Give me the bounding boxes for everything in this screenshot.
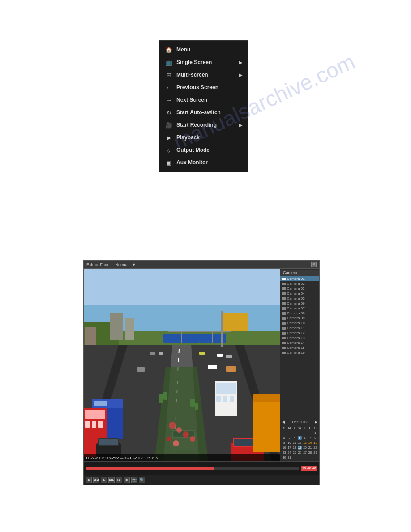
ctrl-play-btn[interactable]: ▶ — [101, 477, 107, 483]
camera-item-13[interactable]: Camera 13 — [280, 335, 319, 340]
cal-cell[interactable]: 26 — [298, 450, 302, 455]
cal-cell[interactable] — [298, 431, 302, 435]
menu-item-single-screen[interactable]: 📺 Single Screen ▶ — [159, 56, 248, 69]
cal-cell[interactable]: 4 — [292, 436, 297, 440]
menu-item-menu[interactable]: 🏠 Menu — [159, 43, 248, 56]
cal-cell[interactable]: 21 — [308, 446, 313, 450]
cal-cell[interactable]: 3 — [287, 436, 292, 440]
cal-cell[interactable]: 18 — [292, 446, 297, 450]
dropdown-arrow[interactable]: ▼ — [132, 262, 136, 267]
cal-cell[interactable]: 8 — [313, 436, 317, 440]
cal-cell[interactable]: 23 — [282, 450, 287, 455]
timestamp-text: 11-22-2012 11:42:22 — 12-19-2012 19:53:3… — [86, 456, 158, 460]
cal-cell[interactable]: 29 — [313, 450, 317, 455]
cal-cell[interactable]: 27 — [303, 450, 307, 455]
cal-cell[interactable]: 5 — [298, 436, 302, 440]
ctrl-screenshot-btn[interactable]: 📷 — [131, 477, 137, 483]
timeline-bar[interactable] — [86, 467, 299, 470]
cal-cell[interactable] — [298, 455, 302, 459]
cal-cell[interactable]: 16 — [282, 446, 287, 450]
cal-cell[interactable] — [303, 455, 307, 459]
cal-cell[interactable]: 22 — [313, 446, 317, 450]
close-button[interactable]: ✕ — [311, 262, 317, 267]
camera-item-1[interactable]: Camera 01 — [280, 276, 319, 281]
cal-cell[interactable]: 15 — [313, 441, 317, 445]
ctrl-zoom-btn[interactable]: 🔍 — [139, 477, 145, 483]
camera-item-14[interactable]: Camera 14 — [280, 340, 319, 345]
cal-cell[interactable]: 11 — [292, 441, 297, 445]
camera-item-3[interactable]: Camera 03 — [280, 286, 319, 291]
camera-item-6[interactable]: Camera 06 — [280, 301, 319, 306]
svg-rect-54 — [159, 394, 163, 403]
camera-item-5[interactable]: Camera 05 — [280, 296, 319, 301]
camera-14-label: Camera 14 — [287, 341, 305, 345]
ctrl-next-btn[interactable]: ⏭ — [116, 477, 122, 483]
aux-monitor-icon: ▣ — [165, 159, 173, 167]
camera-item-11[interactable]: Camera 11 — [280, 326, 319, 330]
cal-cell[interactable]: 7 — [308, 436, 313, 440]
camera-item-9[interactable]: Camera 09 — [280, 316, 319, 321]
camera-item-7[interactable]: Camera 07 — [280, 306, 319, 311]
menu-item-start-autoswitch[interactable]: ↻ Start Auto-switch — [159, 106, 248, 119]
cal-cell[interactable] — [292, 455, 297, 459]
cal-day-w: W — [298, 426, 302, 430]
cal-cell[interactable]: 17 — [287, 446, 292, 450]
arrow-icon-recording: ▶ — [239, 123, 243, 128]
arrow-icon-multi: ▶ — [239, 73, 243, 77]
cal-cell[interactable]: 28 — [308, 450, 313, 455]
cam-icon-12 — [282, 332, 286, 335]
ctrl-rewind-btn[interactable]: ◀◀ — [93, 477, 99, 483]
cal-cell[interactable]: 10 — [287, 441, 292, 445]
cal-cell[interactable]: 12 — [298, 441, 302, 445]
cal-cell[interactable]: 1 — [313, 431, 317, 435]
cal-prev[interactable]: ◀ — [282, 420, 285, 424]
camera-item-16[interactable]: Camera 16 — [280, 350, 319, 355]
menu-item-previous-screen[interactable]: ← Previous Screen — [159, 81, 248, 94]
menu-item-next-screen[interactable]: → Next Screen — [159, 94, 248, 106]
camera-9-label: Camera 09 — [287, 316, 305, 320]
mid-rule — [58, 186, 353, 186]
cal-cell[interactable]: 19 — [298, 446, 302, 450]
cal-cell[interactable]: 25 — [292, 450, 297, 455]
menu-item-aux-monitor[interactable]: ▣ Aux Monitor — [159, 156, 248, 169]
cal-cell[interactable]: 9 — [282, 441, 287, 445]
cal-cell[interactable]: 14 — [308, 441, 313, 445]
cal-day-s2: S — [313, 426, 317, 430]
svg-rect-35 — [208, 365, 217, 369]
cam-icon-5 — [282, 297, 286, 300]
camera-item-15[interactable]: Camera 15 — [280, 345, 319, 350]
camera-13-label: Camera 13 — [287, 336, 305, 340]
svg-rect-18 — [222, 313, 248, 331]
cal-next[interactable]: ▶ — [315, 420, 317, 424]
cal-cell[interactable] — [282, 431, 287, 435]
cal-cell[interactable]: 24 — [287, 450, 292, 455]
ctrl-stop-btn[interactable]: ■ — [124, 477, 130, 483]
camera-item-2[interactable]: Camera 02 — [280, 281, 319, 286]
cal-cell[interactable] — [313, 455, 317, 459]
cal-cell[interactable]: 13 — [303, 441, 307, 445]
cal-cell[interactable] — [292, 431, 297, 435]
cal-cell[interactable] — [287, 431, 292, 435]
menu-item-start-recording[interactable]: 🎥 Start Recording ▶ — [159, 119, 248, 131]
ctrl-forward-btn[interactable]: ▶▶ — [108, 477, 115, 483]
arrow-icon-single: ▶ — [239, 60, 243, 65]
menu-item-playback[interactable]: ▶ Playback — [159, 131, 248, 144]
camera-item-10[interactable]: Camera 10 — [280, 321, 319, 326]
cal-cell[interactable] — [308, 455, 313, 459]
cal-cell[interactable]: 20 — [303, 446, 307, 450]
cal-cell[interactable]: 30 — [282, 455, 287, 459]
cal-cell[interactable] — [308, 431, 313, 435]
cal-cell[interactable] — [303, 431, 307, 435]
camera-item-12[interactable]: Camera 12 — [280, 330, 319, 335]
camera-item-8[interactable]: Camera 08 — [280, 311, 319, 316]
menu-item-output-mode[interactable]: ☼ Output Mode — [159, 144, 248, 156]
cal-cell[interactable]: 2 — [282, 436, 287, 440]
svg-rect-5 — [125, 318, 134, 340]
multi-screen-icon: ⊞ — [165, 71, 173, 79]
ctrl-prev-btn[interactable]: ⏮ — [86, 477, 92, 483]
menu-item-multi-screen[interactable]: ⊞ Multi-screen ▶ — [159, 69, 248, 81]
cal-cell[interactable]: 6 — [303, 436, 307, 440]
camera-item-4[interactable]: Camera 04 — [280, 291, 319, 296]
camera-3-label: Camera 03 — [287, 287, 305, 291]
cal-cell[interactable]: 31 — [287, 455, 292, 459]
